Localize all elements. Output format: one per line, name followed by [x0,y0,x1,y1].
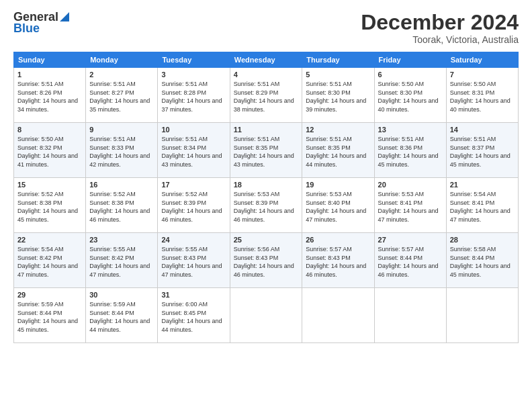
day-number: 3 [161,71,226,79]
day-number: 28 [450,236,515,244]
day-number: 4 [234,71,299,79]
calendar-cell: 11 Sunrise: 5:51 AMSunset: 8:35 PMDaylig… [230,123,302,178]
day-number: 20 [378,181,443,189]
calendar-cell: 5 Sunrise: 5:51 AMSunset: 8:30 PMDayligh… [302,68,374,123]
day-info: Sunrise: 5:58 AMSunset: 8:44 PMDaylight:… [450,245,515,279]
calendar-cell: 31 Sunrise: 6:00 AMSunset: 8:45 PMDaylig… [158,288,230,343]
day-info: Sunrise: 5:51 AMSunset: 8:33 PMDaylight:… [89,135,154,169]
day-number: 24 [161,236,226,244]
day-number: 23 [89,236,154,244]
day-info: Sunrise: 5:57 AMSunset: 8:44 PMDaylight:… [378,245,443,279]
logo: General Blue [13,11,69,36]
calendar-cell: 1 Sunrise: 5:51 AMSunset: 8:26 PMDayligh… [14,68,86,123]
day-number: 16 [89,181,154,189]
day-info: Sunrise: 5:50 AMSunset: 8:32 PMDaylight:… [17,135,82,169]
day-info: Sunrise: 5:51 AMSunset: 8:35 PMDaylight:… [234,135,299,169]
day-number: 25 [234,236,299,244]
day-info: Sunrise: 5:55 AMSunset: 8:42 PMDaylight:… [89,245,154,279]
logo-triangle-icon [60,12,69,21]
day-number: 18 [234,181,299,189]
day-info: Sunrise: 5:51 AMSunset: 8:29 PMDaylight:… [234,80,299,113]
week-row-2: 8 Sunrise: 5:50 AMSunset: 8:32 PMDayligh… [14,123,519,178]
calendar-cell [374,288,446,343]
calendar-cell: 27 Sunrise: 5:57 AMSunset: 8:44 PMDaylig… [374,233,446,288]
day-number: 30 [89,291,154,299]
day-info: Sunrise: 5:50 AMSunset: 8:31 PMDaylight:… [450,80,515,113]
day-number: 17 [161,181,226,189]
calendar-cell: 14 Sunrise: 5:51 AMSunset: 8:37 PMDaylig… [446,123,518,178]
calendar-cell: 20 Sunrise: 5:53 AMSunset: 8:41 PMDaylig… [374,178,446,233]
calendar-cell: 12 Sunrise: 5:51 AMSunset: 8:35 PMDaylig… [302,123,374,178]
day-info: Sunrise: 5:57 AMSunset: 8:43 PMDaylight:… [306,245,370,279]
header: General Blue December 2024 Toorak, Victo… [13,11,519,45]
day-info: Sunrise: 5:59 AMSunset: 8:44 PMDaylight:… [89,300,154,334]
day-number: 27 [378,236,443,244]
weekday-header-wednesday: Wednesday [230,52,302,68]
week-row-1: 1 Sunrise: 5:51 AMSunset: 8:26 PMDayligh… [14,68,519,123]
day-info: Sunrise: 5:51 AMSunset: 8:28 PMDaylight:… [161,80,226,113]
weekday-header-thursday: Thursday [302,52,374,68]
day-number: 12 [306,126,370,134]
day-number: 8 [17,126,82,134]
logo-blue-text: Blue [13,21,40,36]
calendar-cell [302,288,374,343]
day-number: 11 [234,126,299,134]
day-number: 9 [89,126,154,134]
calendar-cell: 7 Sunrise: 5:50 AMSunset: 8:31 PMDayligh… [446,68,518,123]
calendar-cell: 4 Sunrise: 5:51 AMSunset: 8:29 PMDayligh… [230,68,302,123]
calendar-cell: 23 Sunrise: 5:55 AMSunset: 8:42 PMDaylig… [86,233,158,288]
day-number: 6 [378,71,443,79]
day-number: 29 [17,291,82,299]
day-number: 15 [17,181,82,189]
weekday-header-friday: Friday [374,52,446,68]
location: Toorak, Victoria, Australia [361,34,519,45]
day-info: Sunrise: 5:52 AMSunset: 8:39 PMDaylight:… [161,190,226,224]
day-number: 10 [161,126,226,134]
month-title: December 2024 [361,11,519,34]
day-number: 7 [450,71,515,79]
calendar-cell: 30 Sunrise: 5:59 AMSunset: 8:44 PMDaylig… [86,288,158,343]
day-info: Sunrise: 5:59 AMSunset: 8:44 PMDaylight:… [17,300,82,334]
weekday-header-sunday: Sunday [14,52,86,68]
day-info: Sunrise: 5:51 AMSunset: 8:36 PMDaylight:… [378,135,443,169]
calendar-cell: 22 Sunrise: 5:54 AMSunset: 8:42 PMDaylig… [14,233,86,288]
calendar-cell: 19 Sunrise: 5:53 AMSunset: 8:40 PMDaylig… [302,178,374,233]
calendar-cell: 17 Sunrise: 5:52 AMSunset: 8:39 PMDaylig… [158,178,230,233]
day-number: 14 [450,126,515,134]
day-info: Sunrise: 5:51 AMSunset: 8:26 PMDaylight:… [17,80,82,113]
day-info: Sunrise: 5:53 AMSunset: 8:39 PMDaylight:… [234,190,299,224]
week-row-4: 22 Sunrise: 5:54 AMSunset: 8:42 PMDaylig… [14,233,519,288]
calendar-cell: 15 Sunrise: 5:52 AMSunset: 8:38 PMDaylig… [14,178,86,233]
day-info: Sunrise: 5:51 AMSunset: 8:34 PMDaylight:… [161,135,226,169]
weekday-header-monday: Monday [86,52,158,68]
calendar-cell: 3 Sunrise: 5:51 AMSunset: 8:28 PMDayligh… [158,68,230,123]
day-info: Sunrise: 5:54 AMSunset: 8:42 PMDaylight:… [17,245,82,279]
title-block: December 2024 Toorak, Victoria, Australi… [361,11,519,45]
calendar-cell: 8 Sunrise: 5:50 AMSunset: 8:32 PMDayligh… [14,123,86,178]
calendar-cell: 18 Sunrise: 5:53 AMSunset: 8:39 PMDaylig… [230,178,302,233]
day-info: Sunrise: 5:50 AMSunset: 8:30 PMDaylight:… [378,80,443,113]
calendar-cell [446,288,518,343]
day-number: 26 [306,236,370,244]
weekday-header-tuesday: Tuesday [158,52,230,68]
calendar-cell [230,288,302,343]
day-info: Sunrise: 5:54 AMSunset: 8:41 PMDaylight:… [450,190,515,224]
day-number: 31 [161,291,226,299]
calendar-table: SundayMondayTuesdayWednesdayThursdayFrid… [13,52,519,343]
day-info: Sunrise: 5:52 AMSunset: 8:38 PMDaylight:… [89,190,154,224]
calendar-cell: 28 Sunrise: 5:58 AMSunset: 8:44 PMDaylig… [446,233,518,288]
calendar-cell: 6 Sunrise: 5:50 AMSunset: 8:30 PMDayligh… [374,68,446,123]
calendar-cell: 29 Sunrise: 5:59 AMSunset: 8:44 PMDaylig… [14,288,86,343]
calendar-cell: 13 Sunrise: 5:51 AMSunset: 8:36 PMDaylig… [374,123,446,178]
day-info: Sunrise: 5:56 AMSunset: 8:43 PMDaylight:… [234,245,299,279]
day-number: 19 [306,181,370,189]
calendar-cell: 26 Sunrise: 5:57 AMSunset: 8:43 PMDaylig… [302,233,374,288]
day-number: 1 [17,71,82,79]
day-info: Sunrise: 5:51 AMSunset: 8:30 PMDaylight:… [306,80,370,113]
day-info: Sunrise: 5:53 AMSunset: 8:40 PMDaylight:… [306,190,370,224]
calendar-cell: 25 Sunrise: 5:56 AMSunset: 8:43 PMDaylig… [230,233,302,288]
day-number: 5 [306,71,370,79]
weekday-header-row: SundayMondayTuesdayWednesdayThursdayFrid… [14,52,519,68]
day-info: Sunrise: 5:53 AMSunset: 8:41 PMDaylight:… [378,190,443,224]
week-row-3: 15 Sunrise: 5:52 AMSunset: 8:38 PMDaylig… [14,178,519,233]
